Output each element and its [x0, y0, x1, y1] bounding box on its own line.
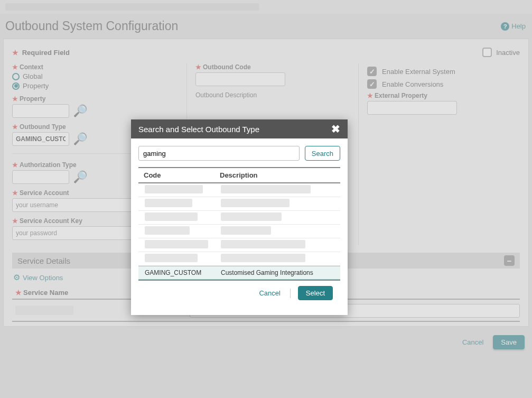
search-button[interactable]: Search	[305, 146, 340, 161]
selected-code: GAMING_CUSTOM	[139, 269, 219, 276]
table-row[interactable]	[138, 211, 340, 225]
table-row[interactable]	[138, 197, 340, 211]
table-row[interactable]	[138, 252, 340, 266]
result-table: Code Description	[138, 167, 340, 281]
result-header-description: Description	[218, 171, 340, 179]
modal-header: Search and Select Outbound Type ✖	[131, 119, 348, 138]
selected-desc: Customised Gaming Integrations	[219, 269, 339, 276]
table-row[interactable]	[138, 225, 340, 238]
footer-divider	[290, 289, 291, 298]
table-row[interactable]	[138, 183, 340, 197]
close-icon[interactable]: ✖	[331, 123, 340, 135]
search-outbound-type-modal: Search and Select Outbound Type ✖ Search…	[131, 119, 348, 315]
modal-title: Search and Select Outbound Type	[138, 125, 259, 134]
modal-select-button[interactable]: Select	[298, 286, 333, 300]
result-header-code: Code	[138, 171, 218, 179]
table-row-selected[interactable]: GAMING_CUSTOM Customised Gaming Integrat…	[138, 266, 340, 280]
table-row[interactable]	[138, 238, 340, 252]
modal-footer: Cancel Select	[138, 281, 340, 308]
modal-cancel-button[interactable]: Cancel	[257, 286, 282, 300]
search-input[interactable]	[138, 146, 300, 161]
